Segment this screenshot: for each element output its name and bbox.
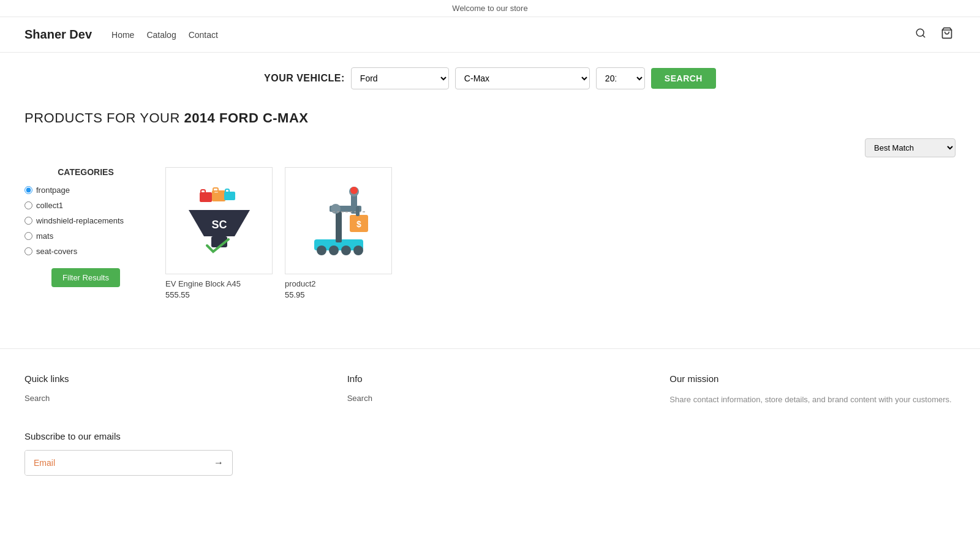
category-collect1[interactable]: collect1	[24, 201, 147, 210]
content-area: CATEGORIES frontpage collect1 windshield…	[24, 167, 956, 299]
heading-prefix: PRODUCTS FOR YOUR	[24, 110, 184, 126]
cart-icon-button[interactable]	[938, 24, 956, 45]
svg-rect-9	[225, 189, 229, 193]
footer-info: Info Search	[347, 373, 633, 407]
products-heading: PRODUCTS FOR YOUR 2014 FORD C-MAX	[24, 110, 956, 126]
footer-quick-links: Quick links Search	[24, 373, 311, 407]
quick-links-title: Quick links	[24, 373, 311, 384]
category-mats[interactable]: mats	[24, 231, 147, 241]
svg-rect-18	[336, 212, 342, 242]
site-header: Shaner Dev Home Catalog Contact	[0, 17, 980, 53]
filter-results-button[interactable]: Filter Results	[51, 268, 120, 287]
nav-contact[interactable]: Contact	[189, 30, 218, 40]
subscribe-title: Subscribe to our emails	[24, 431, 956, 441]
category-windshield[interactable]: windshield-replacements	[24, 216, 147, 225]
vehicle-label: YOUR VEHICLE:	[264, 73, 345, 84]
categories-title: CATEGORIES	[24, 167, 147, 177]
category-radio-mats[interactable]	[24, 232, 32, 240]
vehicle-search-button[interactable]: SEARCH	[651, 68, 716, 89]
main-content: PRODUCTS FOR YOUR 2014 FORD C-MAX Best M…	[0, 104, 980, 324]
svg-text:$: $	[356, 219, 361, 229]
category-radio-frontpage[interactable]	[24, 186, 32, 194]
product1-image-svg: SC	[176, 178, 262, 264]
product-image-2: $	[285, 167, 392, 274]
category-radio-seat-covers[interactable]	[24, 247, 32, 255]
category-label-collect1: collect1	[36, 201, 63, 210]
product-name-2: product2	[285, 279, 392, 288]
category-seat-covers[interactable]: seat-covers	[24, 247, 147, 256]
info-title: Info	[347, 373, 633, 384]
main-nav: Home Catalog Contact	[111, 30, 218, 40]
category-radio-windshield[interactable]	[24, 217, 32, 225]
product-price-1: 555.55	[165, 290, 273, 299]
category-label-frontpage: frontpage	[36, 186, 70, 195]
sidebar: CATEGORIES frontpage collect1 windshield…	[24, 167, 147, 299]
nav-catalog[interactable]: Catalog	[146, 30, 176, 40]
announcement-bar: Welcome to our store	[0, 0, 980, 17]
svg-point-17	[353, 246, 363, 255]
svg-rect-5	[214, 192, 218, 193]
category-radio-collect1[interactable]	[24, 201, 32, 209]
header-left: Shaner Dev Home Catalog Contact	[24, 28, 218, 42]
svg-point-15	[329, 246, 339, 255]
svg-point-14	[317, 246, 326, 255]
mission-title: Our mission	[669, 373, 956, 384]
cart-icon	[941, 27, 953, 39]
product-name-1: EV Engine Block A45	[165, 279, 273, 288]
nav-links: Home Catalog Contact	[111, 30, 218, 40]
category-label-seat-covers: seat-covers	[36, 247, 77, 256]
category-frontpage[interactable]: frontpage	[24, 186, 147, 195]
header-icons	[913, 24, 956, 45]
make-select[interactable]: Ford Chevrolet Toyota Honda	[351, 67, 449, 89]
product-price-2: 55.95	[285, 290, 392, 299]
footer-mission: Our mission Share contact information, s…	[669, 373, 956, 407]
announcement-text: Welcome to our store	[452, 4, 527, 13]
svg-rect-7	[201, 190, 205, 193]
subscribe-section: Subscribe to our emails →	[24, 431, 956, 476]
store-name-link[interactable]: Shaner Dev	[24, 28, 92, 42]
svg-point-23	[350, 187, 358, 194]
product-card-1[interactable]: SC EV Engine Block A45 555.55	[165, 167, 273, 299]
sort-bar: Best Match Price: Low to High Price: Hig…	[24, 138, 956, 157]
heading-highlighted: 2014 FORD C-MAX	[184, 110, 308, 126]
year-select[interactable]: 2014 2015 2016 2013	[596, 67, 645, 89]
site-footer: Quick links Search Info Search Our missi…	[0, 348, 980, 488]
model-select[interactable]: C-Max Mustang F-150 Explorer	[455, 67, 590, 89]
search-icon-button[interactable]	[913, 25, 929, 44]
nav-home[interactable]: Home	[111, 30, 134, 40]
subscribe-email-input[interactable]	[25, 451, 205, 475]
vehicle-selector: YOUR VEHICLE: Ford Chevrolet Toyota Hond…	[0, 53, 980, 104]
footer-columns: Quick links Search Info Search Our missi…	[24, 373, 956, 407]
svg-text:SC: SC	[211, 219, 227, 231]
quick-links-search[interactable]: Search	[24, 394, 311, 403]
svg-point-16	[341, 246, 351, 255]
products-grid: SC EV Engine Block A45 555.55	[165, 167, 956, 299]
subscribe-submit-button[interactable]: →	[205, 451, 232, 474]
info-search[interactable]: Search	[347, 394, 633, 403]
product2-image-svg: $	[296, 178, 382, 264]
svg-rect-27	[356, 206, 360, 216]
product-card-2[interactable]: $ product2 55.95	[285, 167, 392, 299]
product-image-1: SC	[165, 167, 273, 274]
svg-line-1	[922, 35, 924, 37]
category-label-windshield: windshield-replacements	[36, 216, 124, 225]
category-label-mats: mats	[36, 231, 53, 241]
mission-text: Share contact information, store details…	[669, 394, 956, 407]
search-icon	[915, 28, 926, 39]
subscribe-form: →	[24, 450, 233, 476]
svg-rect-4	[213, 188, 218, 192]
sort-select[interactable]: Best Match Price: Low to High Price: Hig…	[865, 138, 956, 157]
